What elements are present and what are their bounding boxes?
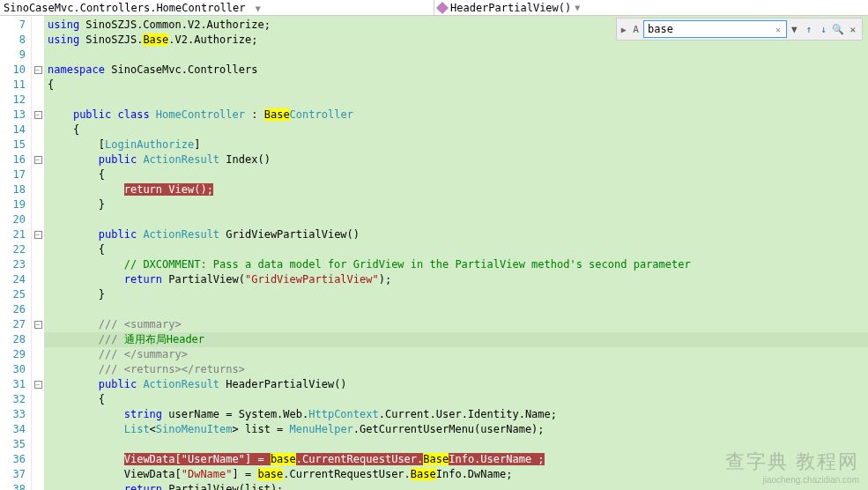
class-selector[interactable]: SinoCaseMvc.Controllers.HomeController ▼ <box>0 0 434 15</box>
fold-toggle[interactable]: − <box>32 227 44 242</box>
dropdown-icon: ▼ <box>575 3 580 12</box>
fold-toggle[interactable]: − <box>32 152 44 167</box>
method-selector[interactable]: HeaderPartialView() ▼ <box>434 0 868 15</box>
expand-icon[interactable]: ▶ <box>619 25 628 34</box>
line-numbers: 7891011121314151617181920212223242526272… <box>0 16 32 490</box>
fold-toggle[interactable]: − <box>32 377 44 392</box>
navigation-bar: SinoCaseMvc.Controllers.HomeController ▼… <box>0 0 868 16</box>
class-name: SinoCaseMvc.Controllers.HomeController <box>4 2 246 14</box>
fold-toggle[interactable]: − <box>32 317 44 332</box>
find-toolbar: ▶ A ✕ ▼ ↑ ↓ 🔍 ✕ <box>616 18 863 41</box>
dropdown-icon: ▼ <box>256 4 261 13</box>
find-prev-icon[interactable]: ↑ <box>803 21 816 37</box>
code-area[interactable]: using SinoSZJS.Common.V2.Authorize; usin… <box>44 16 868 490</box>
find-mode-icon[interactable]: A <box>629 21 642 37</box>
find-in-files-icon[interactable]: 🔍 <box>832 21 845 37</box>
method-icon <box>436 1 449 13</box>
fold-toggle[interactable]: − <box>32 63 44 78</box>
find-next-icon[interactable]: ↓ <box>817 21 830 37</box>
method-name: HeaderPartialView() <box>450 2 571 14</box>
watermark: 查字典 教程网 jiaocheng.chazidian.com <box>725 449 859 485</box>
fold-margin: −−−−−− <box>32 16 44 490</box>
clear-icon[interactable]: ✕ <box>775 25 781 34</box>
close-icon[interactable]: ✕ <box>846 21 859 37</box>
fold-toggle[interactable]: − <box>32 108 44 122</box>
find-input[interactable] <box>643 20 787 38</box>
dropdown-icon[interactable]: ▼ <box>788 21 801 37</box>
editor: 7891011121314151617181920212223242526272… <box>0 16 868 490</box>
